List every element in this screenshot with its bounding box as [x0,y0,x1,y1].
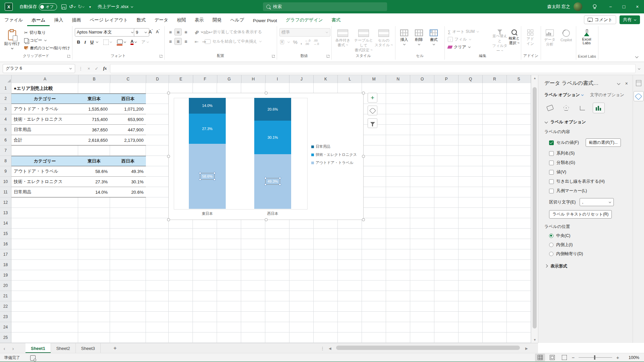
cell[interactable] [434,135,459,145]
row-header-12[interactable]: 12 [0,197,11,208]
zoom-slider[interactable] [579,357,612,358]
cell[interactable] [169,229,193,239]
cell[interactable] [483,281,507,291]
name-box[interactable]: グラフ 6 [3,64,75,73]
cell[interactable] [386,135,410,145]
data-label[interactable]: 27.3% [200,126,214,132]
cell[interactable] [289,291,314,301]
cell[interactable] [483,270,507,281]
cell[interactable] [289,249,314,260]
col-header-B[interactable]: B [78,75,110,83]
cell[interactable] [386,197,410,208]
cell[interactable] [410,114,434,125]
vertical-scroll-thumb[interactable] [533,87,537,328]
cell-c9[interactable]: 49.3% [110,169,146,174]
cell[interactable] [507,187,531,197]
undo-icon[interactable]: ↺ [68,2,77,11]
cell[interactable] [459,166,483,177]
select-range-button[interactable]: 範囲の選択(T)... [586,138,621,147]
bar-segment[interactable]: 20.6% [254,98,291,121]
cell[interactable] [434,208,459,218]
sheet-title-row[interactable]: ●エリア別売上比較 [11,83,146,94]
chart-handle[interactable] [265,92,268,95]
orientation-icon[interactable]: ab [192,27,201,37]
accessibility-checker-icon[interactable] [30,355,36,361]
cell[interactable] [78,322,110,333]
fill-color-icon[interactable] [117,40,123,44]
add-sheet-button[interactable]: + [113,345,117,352]
col-header-S[interactable]: S [507,75,531,83]
row-header-22[interactable]: 22 [0,301,11,312]
cell[interactable] [289,229,314,239]
cell[interactable] [459,145,483,156]
cell[interactable] [386,156,410,166]
cell[interactable] [386,270,410,281]
pane-tab-label-options[interactable]: ラベル オプション [544,92,584,98]
cell[interactable] [459,94,483,104]
cell[interactable] [11,291,78,301]
cell[interactable] [459,249,483,260]
cell[interactable] [146,260,169,270]
row-header-21[interactable]: 21 [0,291,11,301]
cell[interactable] [110,260,146,270]
sheet-tab-sheet3[interactable]: Sheet3 [76,343,101,353]
zoom-out-button[interactable]: − [570,355,576,360]
cell[interactable] [241,301,265,312]
cell[interactable] [338,270,362,281]
align-right-icon[interactable]: ≡ [182,38,189,45]
col-header-H[interactable]: H [241,75,266,83]
cell[interactable] [110,145,146,156]
col-header-E[interactable]: E [169,75,193,83]
label-selection-handle[interactable] [199,172,201,174]
cell[interactable] [507,166,531,177]
table1-header-east[interactable]: 東日本 [78,96,110,102]
checkbox-cell-value[interactable]: セルの値(F) 範囲の選択(T)... [549,138,633,147]
cell[interactable] [169,312,193,322]
separator-combo[interactable]: , [580,198,614,206]
cell[interactable] [459,281,483,291]
borders-icon[interactable] [103,40,109,45]
data-label[interactable]: 58.6% [200,173,214,180]
cell[interactable] [386,239,410,249]
cell[interactable] [483,249,507,260]
cell[interactable] [241,312,265,322]
chart-handle[interactable] [362,92,365,95]
cell[interactable] [11,218,78,229]
cell[interactable] [459,135,483,145]
cell-b5[interactable]: 367,650 [78,127,110,132]
col-header-M[interactable]: M [362,75,386,83]
orientation-menu-icon[interactable] [201,31,203,33]
cell[interactable] [362,281,386,291]
checkbox-icon[interactable] [549,140,554,145]
tab-home[interactable]: ホーム [27,14,50,26]
excel-logo-icon[interactable]: X [5,3,13,11]
cell[interactable] [386,301,410,312]
minimize-button[interactable]: − [604,0,617,13]
cell[interactable] [78,197,110,208]
align-middle-icon[interactable]: ≡ [174,28,182,36]
label-options-icon[interactable] [593,103,605,113]
cell[interactable] [338,83,362,94]
cell[interactable] [265,281,289,291]
cell[interactable] [78,281,110,291]
cell[interactable] [483,104,507,114]
cell[interactable] [507,249,531,260]
col-header-G[interactable]: G [217,75,241,83]
cell[interactable] [11,312,78,322]
cell[interactable] [289,301,314,312]
fill-line-icon[interactable] [544,103,556,113]
table2-header-east[interactable]: 東日本 [78,158,110,164]
label-selection-handle[interactable] [213,178,216,181]
row-header-15[interactable]: 15 [0,229,11,239]
cell[interactable] [241,281,265,291]
autosave-toggle[interactable]: オフ [39,3,57,10]
underline-button[interactable]: U [89,40,95,45]
cell[interactable] [241,270,265,281]
cell[interactable] [434,94,459,104]
checkbox-icon[interactable] [549,161,554,165]
cell[interactable] [483,166,507,177]
cell[interactable] [78,291,110,301]
cell[interactable] [434,301,459,312]
col-header-R[interactable]: R [483,75,507,83]
cell[interactable] [169,239,193,249]
